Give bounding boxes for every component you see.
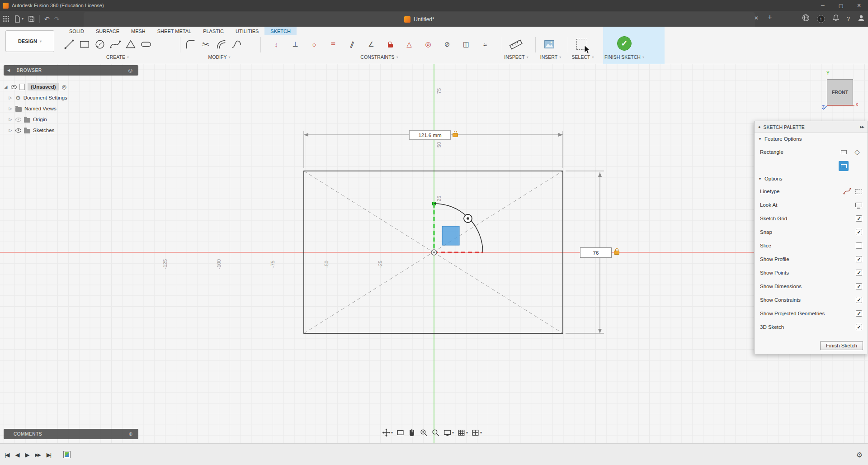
grid-and-snaps-icon[interactable]: ▾: [457, 428, 468, 437]
width-lock-icon[interactable]: [453, 133, 458, 137]
mirror-tool-icon[interactable]: [229, 37, 244, 52]
perpendicular-constraint-icon[interactable]: ⊥: [289, 38, 301, 50]
three-point-rectangle-icon[interactable]: ◇: [852, 147, 862, 157]
show-projected-geometries-checkbox[interactable]: [856, 310, 862, 317]
angle-constraint-icon[interactable]: ∠: [365, 38, 377, 50]
polygon-tool-icon[interactable]: [123, 37, 138, 52]
measure-tool-icon[interactable]: [508, 37, 524, 52]
collapse-browser-icon[interactable]: ◀: [7, 68, 10, 72]
tab-solid[interactable]: SOLID: [63, 27, 90, 35]
view-cube[interactable]: Y FRONT X Z: [820, 73, 863, 117]
pan-tool-icon[interactable]: [408, 428, 416, 437]
go-to-start-button[interactable]: |◀: [5, 451, 9, 458]
parallel-constraint-icon[interactable]: ∥: [344, 37, 360, 52]
step-back-button[interactable]: ◀: [15, 451, 19, 458]
height-lock-icon[interactable]: [614, 251, 619, 255]
equal-constraint-icon[interactable]: =: [327, 38, 339, 50]
new-document-tab-icon[interactable]: +: [768, 13, 772, 22]
visibility-eye-icon[interactable]: [15, 118, 21, 122]
show-constraints-checkbox[interactable]: [856, 297, 862, 303]
browser-root-row[interactable]: ◢ (Unsaved) ◎: [4, 82, 66, 91]
visibility-eye-icon[interactable]: [15, 128, 21, 133]
expand-root-icon[interactable]: ◢: [4, 85, 8, 89]
sketch-geometry[interactable]: [0, 64, 868, 443]
two-point-rectangle-icon[interactable]: [839, 147, 849, 157]
concentric-constraint-icon[interactable]: ◎: [422, 38, 434, 50]
create-group-label[interactable]: CREATE▾: [106, 54, 129, 60]
fix-lock-constraint-icon[interactable]: [384, 38, 396, 50]
redo-button[interactable]: ↷: [54, 15, 60, 23]
vertical-constraint-icon[interactable]: ↕: [270, 38, 282, 50]
feature-options-section[interactable]: ▼ Feature Options: [755, 133, 868, 145]
show-dimensions-checkbox[interactable]: [856, 283, 862, 289]
look-at-tool-icon[interactable]: [396, 428, 405, 437]
user-avatar[interactable]: [857, 14, 865, 24]
insert-image-tool-icon[interactable]: [542, 37, 557, 52]
timeline-sketch-feature[interactable]: [63, 451, 71, 458]
sketch-grid-checkbox[interactable]: [856, 215, 862, 222]
tab-surface[interactable]: SURFACE: [90, 27, 125, 35]
slice-checkbox[interactable]: [856, 242, 862, 249]
extensions-globe-icon[interactable]: [802, 14, 810, 24]
file-menu-button[interactable]: ▾: [14, 15, 24, 23]
maximize-button[interactable]: ▢: [832, 0, 850, 11]
browser-options-icon[interactable]: ◎: [128, 67, 133, 73]
notifications-bell-icon[interactable]: [832, 14, 840, 24]
height-dimension-input[interactable]: 76: [580, 247, 612, 258]
viewcube-front-face[interactable]: FRONT: [827, 79, 853, 105]
tangent-constraint-icon[interactable]: ⊘: [441, 38, 453, 50]
rectangle-tool-icon[interactable]: [77, 37, 92, 52]
activate-component-icon[interactable]: ◎: [62, 84, 66, 90]
collapse-palette-icon[interactable]: ▶▶: [860, 125, 864, 129]
close-button[interactable]: ✕: [850, 0, 868, 11]
workspace-selector[interactable]: DESIGN ▾: [5, 30, 54, 52]
width-dimension-input[interactable]: 121.6 mm: [409, 130, 451, 140]
sketch-palette-header[interactable]: ● SKETCH PALETTE ▶▶: [755, 121, 868, 133]
add-comment-icon[interactable]: ⊕: [128, 431, 133, 437]
spline-tool-icon[interactable]: [108, 37, 123, 52]
browser-item-sketches[interactable]: ▷ Sketches: [8, 126, 54, 135]
close-document-tab-icon[interactable]: ✕: [754, 15, 759, 21]
tab-sketch[interactable]: SKETCH: [264, 27, 297, 35]
browser-panel-header[interactable]: ◀ BROWSER ◎: [4, 65, 138, 76]
minimize-button[interactable]: ─: [814, 0, 832, 11]
browser-item-named-views[interactable]: ▷ Named Views: [8, 104, 57, 113]
show-profile-checkbox[interactable]: [856, 256, 862, 262]
finish-sketch-button[interactable]: Finish Sketch: [820, 341, 863, 350]
finish-sketch-group-label[interactable]: FINISH SKETCH▾: [604, 54, 644, 60]
look-at-icon[interactable]: [855, 203, 862, 207]
browser-item-document-settings[interactable]: ▷ ⚙ Document Settings: [8, 93, 67, 102]
root-document-label[interactable]: (Unsaved): [28, 83, 59, 90]
expand-icon[interactable]: ▷: [8, 128, 13, 133]
tab-mesh[interactable]: MESH: [125, 27, 151, 35]
options-section[interactable]: ▼ Options: [755, 173, 868, 185]
viewports-icon[interactable]: ▾: [471, 428, 482, 437]
step-forward-button[interactable]: ▶▶: [35, 452, 40, 457]
tab-sheet-metal[interactable]: SHEET METAL: [151, 27, 197, 35]
browser-item-origin[interactable]: ▷ Origin: [8, 115, 47, 124]
zoom-window-tool-icon[interactable]: [420, 428, 428, 437]
expand-icon[interactable]: ▷: [8, 117, 13, 122]
slot-tool-icon[interactable]: [138, 37, 154, 52]
show-points-checkbox[interactable]: [856, 270, 862, 276]
job-status-icon[interactable]: 1: [817, 15, 825, 23]
play-button[interactable]: ▶: [25, 451, 28, 458]
line-tool-icon[interactable]: [61, 37, 77, 52]
trim-tool-icon[interactable]: ✂: [198, 37, 213, 52]
selection-highlight-square[interactable]: [442, 226, 459, 245]
document-tab[interactable]: Untitled*: [84, 12, 755, 27]
zoom-tool-icon[interactable]: [431, 428, 440, 437]
insert-group-label[interactable]: INSERT▾: [540, 54, 561, 60]
construction-linetype-icon[interactable]: [843, 187, 852, 196]
circle-tool-icon[interactable]: [92, 37, 108, 52]
save-button[interactable]: [28, 15, 35, 22]
app-grid-icon[interactable]: [3, 15, 9, 22]
tab-plastic[interactable]: PLASTIC: [197, 27, 230, 35]
visibility-eye-icon[interactable]: [11, 85, 17, 89]
undo-button[interactable]: ↶: [44, 15, 50, 23]
tangent-circle-constraint-icon[interactable]: ○: [308, 38, 320, 50]
help-icon[interactable]: ?: [847, 15, 850, 22]
midpoint-constraint-icon[interactable]: △: [403, 38, 415, 50]
comments-panel-header[interactable]: COMMENTS ⊕: [4, 429, 138, 439]
offset-tool-icon[interactable]: [213, 37, 229, 52]
